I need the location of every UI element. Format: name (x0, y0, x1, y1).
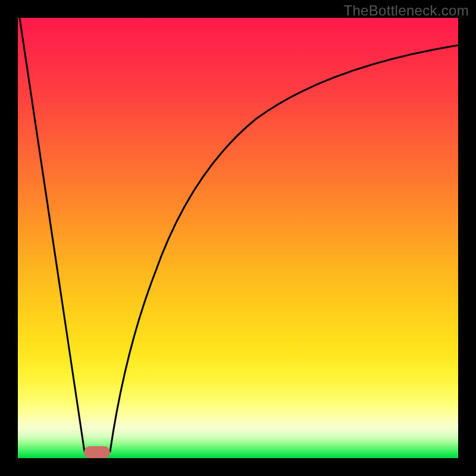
curve-left-leg (20, 18, 84, 452)
chart-frame: TheBottleneck.com (0, 0, 476, 476)
curve-right-leg (110, 45, 458, 452)
watermark-text: TheBottleneck.com (343, 2, 469, 19)
plot-area (18, 18, 458, 458)
optimal-point-marker (84, 446, 110, 458)
bottleneck-curve (18, 18, 458, 458)
